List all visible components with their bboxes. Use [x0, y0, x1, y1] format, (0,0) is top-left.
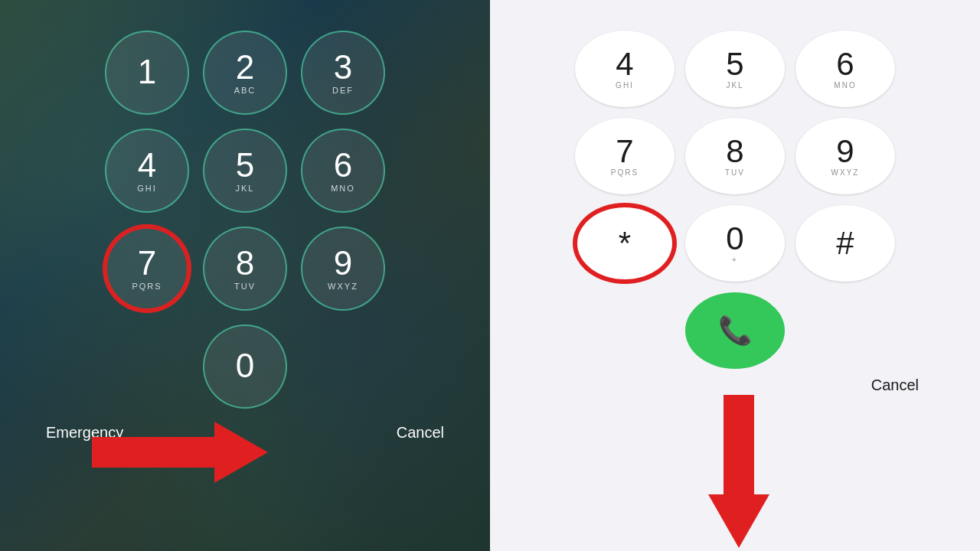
- left-keypad: 1 2 ABC 3 DEF 4 GHI 5 JKL 6 MNO 7 PQRS: [105, 31, 385, 409]
- key-5-right[interactable]: 5 JKL: [685, 31, 785, 107]
- cancel-button-right[interactable]: Cancel: [871, 377, 919, 394]
- key-0-right[interactable]: 0 +: [685, 205, 785, 282]
- key-5-left[interactable]: 5 JKL: [203, 129, 287, 213]
- key-8-right[interactable]: 8 TUV: [685, 118, 785, 194]
- svg-marker-1: [708, 395, 769, 548]
- cancel-button-left[interactable]: Cancel: [397, 424, 444, 442]
- right-panel: 4 GHI 5 JKL 6 MNO 7 PQRS 8 TUV 9 WXYZ *: [490, 0, 980, 551]
- call-button[interactable]: 📞: [685, 292, 785, 369]
- key-0-left[interactable]: 0: [203, 324, 287, 409]
- key-9-right[interactable]: 9 WXYZ: [795, 118, 895, 194]
- key-8-left[interactable]: 8 TUV: [203, 227, 287, 311]
- key-star-right[interactable]: *: [575, 205, 675, 282]
- right-arrow-annotation: [92, 422, 268, 486]
- right-bottom-row: Cancel: [490, 377, 980, 394]
- key-2-left[interactable]: 2 ABC: [203, 31, 287, 115]
- key-6-right[interactable]: 6 MNO: [795, 31, 895, 107]
- phone-icon: 📞: [718, 315, 753, 347]
- left-panel: 1 2 ABC 3 DEF 4 GHI 5 JKL 6 MNO 7 PQRS: [0, 0, 490, 551]
- key-9-left[interactable]: 9 WXYZ: [301, 227, 385, 311]
- key-3-left[interactable]: 3 DEF: [301, 31, 385, 115]
- key-6-left[interactable]: 6 MNO: [301, 129, 385, 213]
- key-7-left[interactable]: 7 PQRS: [105, 227, 189, 311]
- svg-marker-0: [92, 422, 268, 483]
- key-empty-right-1: [575, 292, 675, 369]
- key-7-right[interactable]: 7 PQRS: [575, 118, 675, 194]
- key-4-left[interactable]: 4 GHI: [105, 129, 189, 213]
- key-empty-right-2: [795, 292, 895, 369]
- key-1-left[interactable]: 1: [105, 31, 189, 115]
- right-keypad: 4 GHI 5 JKL 6 MNO 7 PQRS 8 TUV 9 WXYZ *: [575, 31, 895, 369]
- key-hash-right[interactable]: #: [795, 205, 895, 282]
- down-arrow-annotation: [708, 395, 769, 551]
- key-4-right[interactable]: 4 GHI: [575, 31, 675, 107]
